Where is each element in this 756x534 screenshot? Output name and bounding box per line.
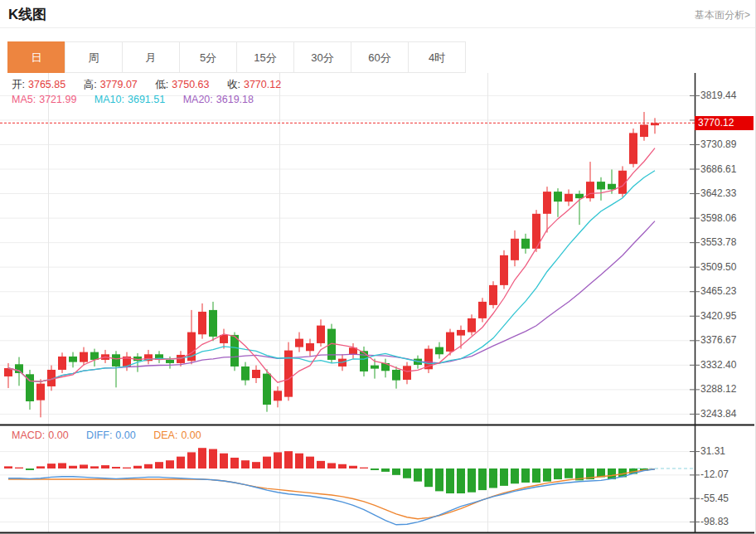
ma5-label: MA5:	[12, 94, 36, 105]
price-axis-label: 3332.40	[700, 359, 736, 371]
ma5-value: 3721.99	[39, 94, 76, 105]
price-axis-label: 3376.67	[700, 334, 736, 346]
ma-legend: MA5:3721.99 MA10:3691.51 MA20:3619.18	[12, 94, 257, 105]
dea-label: DEA:	[153, 430, 177, 441]
tab-period-6[interactable]: 60分	[351, 41, 409, 73]
price-axis-label: 3598.06	[700, 212, 736, 224]
axes	[0, 73, 754, 533]
close-value: 3770.12	[244, 79, 281, 90]
kline-page: K线图 基本面分析> 日周月5分15分30分60分4时 3819.443730.…	[0, 0, 756, 534]
price-axis-label: 3642.33	[700, 187, 736, 199]
candlestick-series	[4, 112, 659, 417]
macd-value: 0.00	[48, 430, 68, 441]
price-axis-label: 3819.44	[700, 90, 736, 101]
macd-axis-label: -12.07	[700, 468, 729, 480]
open-label: 开:	[12, 79, 25, 90]
macd-legend: MACD:0.00 DIFF:0.00 DEA:0.00	[12, 430, 205, 441]
macd-axis-label: -55.45	[700, 493, 729, 504]
price-axis-label: 3465.23	[700, 285, 736, 297]
tab-period-3[interactable]: 5分	[179, 41, 237, 73]
tab-period-7[interactable]: 4时	[408, 41, 466, 73]
current-price-tag: 3770.12	[695, 116, 754, 130]
macd-axis-label: 31.31	[700, 445, 725, 457]
diff-label: DIFF:	[86, 430, 112, 441]
macd-label: MACD:	[12, 430, 45, 441]
price-axis-label: 3553.78	[700, 236, 736, 248]
tab-period-5[interactable]: 30分	[293, 41, 351, 73]
tab-period-2[interactable]: 月	[122, 41, 180, 73]
high-value: 3779.07	[100, 79, 138, 90]
ma10-value: 3691.51	[128, 94, 165, 105]
low-value: 3750.63	[172, 79, 209, 90]
price-axis-label: 3730.89	[700, 138, 736, 150]
ma10-label: MA10:	[94, 94, 124, 105]
price-axis-label: 3509.50	[700, 261, 736, 273]
low-label: 低:	[155, 79, 168, 90]
ohlc-legend: 开:3765.85 高:3779.07 低:3750.63 收:3770.12	[12, 78, 284, 92]
period-tab-bar: 日周月5分15分30分60分4时	[8, 41, 466, 73]
high-label: 高:	[84, 79, 97, 90]
macd-pane	[4, 448, 695, 525]
diff-value: 0.00	[115, 430, 135, 441]
grid-lines	[0, 73, 695, 532]
tab-period-1[interactable]: 周	[65, 41, 123, 73]
macd-axis-label: -98.83	[700, 516, 729, 527]
tab-period-4[interactable]: 15分	[236, 41, 294, 73]
dea-value: 0.00	[181, 430, 201, 441]
close-label: 收:	[227, 79, 240, 90]
tab-period-0[interactable]: 日	[7, 41, 65, 73]
price-axis-label: 3243.84	[700, 408, 736, 420]
ma20-value: 3619.18	[216, 94, 254, 105]
price-axis-label: 3420.95	[700, 310, 736, 322]
price-axis-label: 3686.61	[700, 163, 736, 175]
price-axis-label: 3288.12	[700, 383, 736, 395]
open-value: 3765.85	[28, 79, 65, 90]
ma20-label: MA20:	[183, 94, 213, 105]
